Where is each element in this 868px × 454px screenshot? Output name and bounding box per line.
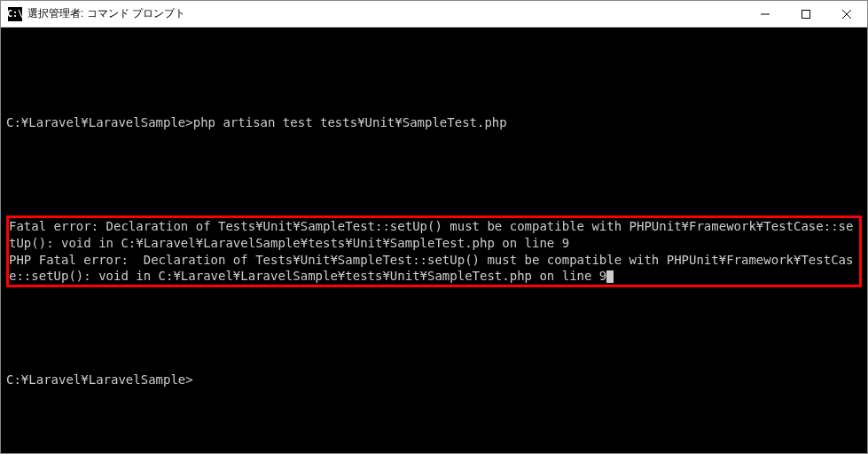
- prompt-line: C:¥Laravel¥LaravelSample>: [6, 372, 862, 388]
- terminal-area[interactable]: C:¥Laravel¥LaravelSample>php artisan tes…: [1, 27, 867, 453]
- error-highlight: Fatal error: Declaration of Tests¥Unit¥S…: [6, 215, 862, 288]
- blank-line: [6, 65, 862, 82]
- cursor: [606, 270, 614, 283]
- close-icon: [842, 10, 851, 19]
- blank-line: [6, 165, 862, 182]
- maximize-button[interactable]: [786, 1, 826, 27]
- error-text: Fatal error: Declaration of Tests¥Unit¥S…: [9, 219, 853, 284]
- titlebar-left: C:\ 選択管理者: コマンド プロンプト: [1, 6, 745, 21]
- command-line: C:¥Laravel¥LaravelSample>php artisan tes…: [6, 114, 862, 131]
- minimize-button[interactable]: [745, 1, 786, 27]
- window-controls: [745, 1, 867, 27]
- minimize-icon: [761, 10, 770, 19]
- titlebar: C:\ 選択管理者: コマンド プロンプト: [1, 1, 867, 27]
- command-prompt-window: C:\ 選択管理者: コマンド プロンプト: [0, 0, 868, 454]
- cmd-icon: C:\: [8, 7, 22, 21]
- close-button[interactable]: [826, 1, 867, 27]
- maximize-icon: [802, 10, 810, 19]
- blank-line: [6, 321, 862, 338]
- cmd-icon-text: C:\: [7, 9, 23, 19]
- window-title: 選択管理者: コマンド プロンプト: [27, 6, 185, 21]
- svg-rect-1: [802, 10, 810, 18]
